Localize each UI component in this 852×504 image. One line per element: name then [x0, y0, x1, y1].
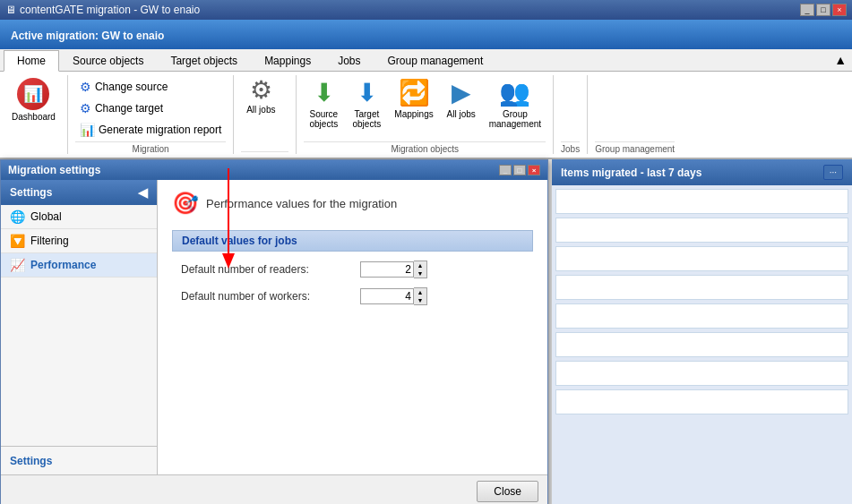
panel-title-text: Performance values for the migration: [206, 197, 397, 210]
mappings-icon: 🔁: [399, 78, 430, 107]
chart-row-7: [555, 361, 848, 386]
right-panel-header: Items migrated - last 7 days ···: [552, 159, 852, 185]
chart-row-8: [555, 389, 848, 414]
chart-row-5: [555, 303, 848, 329]
sidebar-header: Settings ◀: [1, 180, 157, 205]
target-objects-icon: ⬇: [357, 78, 377, 107]
close-button[interactable]: Close: [477, 481, 538, 502]
dialog-body: Settings ◀ 🌐 Global 🔽 Filtering 📈 Perfor…: [1, 180, 547, 474]
settings-icon: ⚙: [250, 78, 272, 103]
sidebar-item-filtering[interactable]: 🔽 Filtering: [1, 229, 157, 253]
settings-group-content: ⚙ All jobs: [241, 75, 288, 149]
maximize-button[interactable]: □: [816, 4, 830, 16]
group-management-icon: 👥: [499, 78, 530, 107]
right-panel-content: [552, 185, 852, 418]
chart-row-6: [555, 332, 848, 357]
readers-decrement-button[interactable]: ▼: [414, 269, 426, 278]
workers-decrement-button[interactable]: ▼: [414, 296, 426, 304]
change-target-label: Change target: [95, 102, 163, 115]
tab-mappings[interactable]: Mappings: [251, 50, 324, 71]
change-source-label: Change source: [95, 81, 168, 93]
window-title: contentGATE migration - GW to enaio: [20, 4, 200, 16]
tab-home[interactable]: Home: [4, 50, 59, 72]
group-management-label: Group management: [595, 141, 675, 154]
workers-increment-button[interactable]: ▲: [414, 288, 426, 296]
dashboard-label: Dashboard: [12, 112, 56, 122]
dialog-footer: Close: [1, 474, 547, 504]
sidebar-collapse-button[interactable]: ◀: [138, 185, 148, 200]
sidebar-footer: Settings: [1, 446, 157, 474]
workers-spinner: ▲ ▼: [360, 287, 427, 305]
ribbon-tabs: Home Source objects Target objects Mappi…: [0, 49, 852, 72]
dialog-close-button[interactable]: ×: [528, 165, 540, 175]
settings-label: All jobs: [246, 105, 275, 115]
migration-group-content: ⚙ Change source ⚙ Change target 📊 Genera…: [75, 75, 226, 140]
readers-spinner-buttons: ▲ ▼: [414, 261, 427, 278]
dialog-title-bar: Migration settings _ □ ×: [1, 160, 547, 180]
app-icon: 🖥: [5, 4, 16, 16]
settings-ribbon-button[interactable]: ⚙ All jobs: [241, 75, 280, 117]
dialog-minimize-button[interactable]: _: [499, 165, 512, 175]
dashboard-button[interactable]: 📊 Dashboard: [7, 75, 60, 124]
settings-ribbon-group: ⚙ All jobs: [234, 75, 297, 154]
sidebar-item-performance[interactable]: 📈 Performance: [1, 253, 157, 278]
main-content: Migration settings _ □ × Settings ◀ 🌐 Gl…: [0, 159, 852, 504]
group-mgmt-label-area: Group management: [588, 75, 682, 154]
sidebar-item-global[interactable]: 🌐 Global: [1, 205, 157, 229]
change-source-button[interactable]: ⚙ Change source: [75, 77, 226, 97]
all-jobs-icon: ▶: [452, 78, 471, 107]
group-management-button[interactable]: 👥 Groupmanagement: [485, 75, 546, 132]
chart-row-4: [555, 275, 848, 300]
title-bar-left: 🖥 contentGATE migration - GW to enaio: [5, 4, 200, 16]
source-objects-button[interactable]: ⬇ Sourceobjects: [304, 75, 343, 132]
chart-row-2: [555, 218, 848, 243]
jobs-group-label: Jobs: [561, 141, 580, 154]
sidebar-global-label: Global: [30, 210, 62, 223]
workers-row: Default number of workers: ▲ ▼: [172, 287, 533, 305]
tab-jobs[interactable]: Jobs: [324, 50, 374, 71]
section-header: Default values for jobs: [172, 230, 533, 252]
all-jobs-button[interactable]: ▶ All jobs: [442, 75, 481, 122]
migration-settings-dialog: Migration settings _ □ × Settings ◀ 🌐 Gl…: [0, 159, 548, 504]
close-window-button[interactable]: ×: [832, 4, 847, 16]
right-panel: Items migrated - last 7 days ···: [552, 159, 852, 504]
settings-sidebar: Settings ◀ 🌐 Global 🔽 Filtering 📈 Perfor…: [1, 180, 158, 474]
sidebar-header-text: Settings: [10, 186, 52, 199]
app-title: Active migration: GW to enaio: [0, 20, 852, 49]
generate-report-label: Generate migration report: [99, 124, 221, 136]
chart-row-3: [555, 246, 848, 271]
change-target-button[interactable]: ⚙ Change target: [75, 98, 226, 118]
workers-spinner-buttons: ▲ ▼: [414, 287, 427, 305]
target-objects-button[interactable]: ⬇ Targetobjects: [347, 75, 386, 132]
dialog-title-controls: _ □ ×: [499, 165, 540, 175]
tab-group-management[interactable]: Group management: [374, 50, 497, 71]
readers-input[interactable]: [360, 261, 414, 278]
change-target-icon: ⚙: [80, 101, 91, 115]
dashboard-icon: 📊: [17, 78, 49, 110]
tab-target-objects[interactable]: Target objects: [157, 50, 251, 71]
right-panel-menu-button[interactable]: ···: [823, 165, 843, 180]
generate-report-icon: 📊: [80, 123, 95, 137]
readers-increment-button[interactable]: ▲: [414, 261, 426, 269]
minimize-button[interactable]: _: [800, 4, 814, 16]
dialog-title-text: Migration settings: [8, 164, 100, 176]
migration-objects-label: Migration objects: [304, 141, 546, 154]
tab-source-objects[interactable]: Source objects: [59, 50, 157, 71]
panel-icon: 🎯: [172, 191, 199, 216]
sidebar-performance-label: Performance: [30, 259, 96, 271]
change-source-icon: ⚙: [80, 80, 91, 94]
migration-buttons: ⚙ Change source ⚙ Change target 📊 Genera…: [75, 75, 226, 140]
generate-report-button[interactable]: 📊 Generate migration report: [75, 120, 226, 140]
settings-group-label: [241, 151, 288, 154]
global-icon: 🌐: [10, 209, 25, 224]
section-header-text: Default values for jobs: [182, 235, 297, 247]
dialog-main-panel: 🎯 Performance values for the migration D…: [158, 180, 547, 474]
readers-spinner: ▲ ▼: [360, 261, 427, 278]
workers-input[interactable]: [360, 288, 414, 304]
mappings-button[interactable]: 🔁 Mappings: [390, 75, 437, 122]
migration-group: ⚙ Change source ⚙ Change target 📊 Genera…: [68, 75, 234, 154]
ribbon-collapse-button[interactable]: ▲: [829, 49, 852, 71]
source-objects-icon: ⬇: [314, 78, 334, 107]
dialog-maximize-button[interactable]: □: [513, 165, 526, 175]
performance-icon: 📈: [10, 258, 25, 272]
